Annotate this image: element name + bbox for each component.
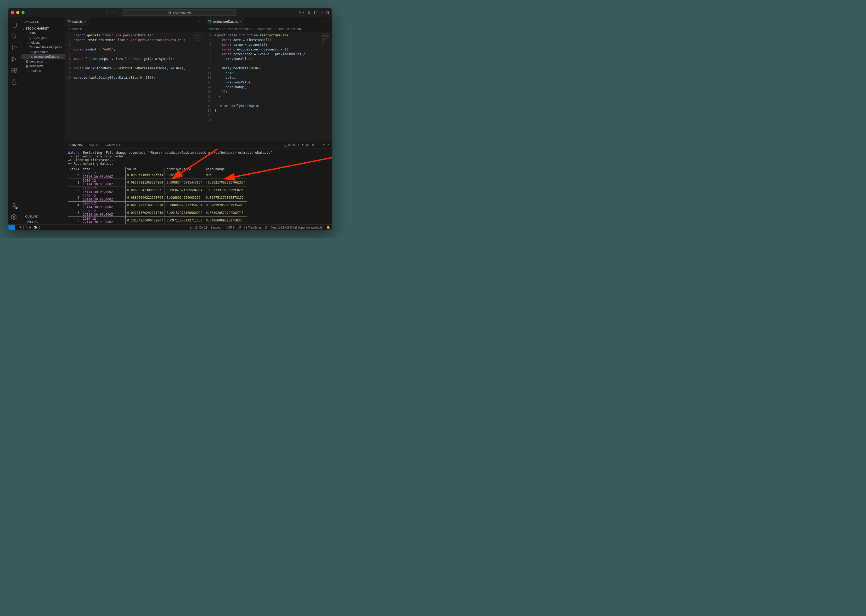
- search-icon: [168, 11, 172, 14]
- terminal-dropdown-icon[interactable]: ▾: [302, 143, 304, 147]
- scm-activity[interactable]: [8, 42, 20, 53]
- traffic-lights: [11, 11, 25, 14]
- folder-data[interactable]: ⌄data: [22, 31, 65, 36]
- svg-rect-6: [14, 68, 16, 70]
- command-center[interactable]: stock-market: [122, 9, 237, 16]
- breadcrumb-right[interactable]: helpers › TS restructureData.ts › {} Typ…: [205, 26, 332, 32]
- json-icon: {}: [29, 36, 31, 39]
- notifications-icon[interactable]: 🔔: [326, 226, 330, 229]
- encoding[interactable]: UTF-8: [226, 226, 235, 229]
- accounts-activity[interactable]: 1: [8, 200, 20, 211]
- tabs-left: TS main.ts × ⋯: [65, 17, 205, 26]
- language-mode[interactable]: { } TypeScript: [244, 226, 261, 229]
- workspace-name: STOCK-MARKET: [26, 27, 49, 30]
- panel-left-icon[interactable]: ◧: [313, 11, 316, 14]
- maximize-icon[interactable]: ^: [323, 143, 325, 147]
- breadcrumb-left[interactable]: TS main.ts › ...: [65, 26, 205, 32]
- terminal-process[interactable]: ▸_deno: [283, 143, 295, 147]
- workbench: 1 EXPLORER ⋯ ⌄ STOCK-MARKET ⌄data {}AAPL…: [8, 17, 332, 224]
- activity-bar: 1: [8, 17, 20, 224]
- tab-restructure[interactable]: TS restructureData.ts ×: [205, 17, 244, 26]
- table-row: 61980-12-22T14:30:00.000Z0.1018423140048…: [68, 217, 247, 224]
- explorer-title: EXPLORER: [24, 20, 39, 23]
- terminal-tab[interactable]: TERMINAL: [68, 143, 84, 148]
- zoom-icon[interactable]: [22, 11, 25, 14]
- ts-icon: TS: [68, 20, 71, 23]
- indentation[interactable]: Spaces: 4: [211, 226, 224, 229]
- folder-helpers[interactable]: ⌄helpers: [22, 40, 65, 45]
- ports-tab[interactable]: PORTS: [89, 143, 99, 146]
- minimap[interactable]: [195, 32, 205, 141]
- outline-section[interactable]: › OUTLINE: [20, 214, 65, 219]
- split-icon[interactable]: ◫: [321, 20, 324, 24]
- ts-icon: TS: [26, 69, 30, 72]
- layout-icon[interactable]: ⊞: [307, 11, 310, 14]
- problems[interactable]: ⊗ 0 ⚠ 0: [19, 226, 31, 229]
- file-getdata-ts[interactable]: TSgetData.ts: [22, 50, 65, 54]
- close-icon[interactable]: ×: [239, 20, 241, 24]
- forward-icon[interactable]: →: [112, 11, 116, 14]
- workspace-folder[interactable]: ⌄ STOCK-MARKET: [20, 26, 65, 31]
- eol[interactable]: LF: [238, 226, 241, 229]
- file-main-ts[interactable]: TSmain.ts: [22, 69, 65, 73]
- table-row: 21980-12-16T14:30:00.000Z0.0868024230003…: [68, 186, 247, 194]
- editor-right: TS restructureData.ts × ◫ ⋯ helpers › TS: [205, 17, 332, 141]
- panel-right-icon[interactable]: ◨: [326, 11, 329, 14]
- gutter: 156789 101112131415161718192021: [205, 32, 214, 141]
- cursor-position[interactable]: Ln 19, Col 21: [190, 226, 207, 229]
- close-icon[interactable]: ×: [84, 20, 86, 24]
- comments-tab[interactable]: COMMENTS: [105, 143, 123, 146]
- debug-activity[interactable]: [8, 54, 20, 64]
- deno-status[interactable]: Deno 2.1.9+28834a8 (Upgrade available): [271, 226, 323, 229]
- panel-more-icon[interactable]: ⋯: [317, 143, 321, 147]
- file-deno-json[interactable]: {}deno.json: [22, 59, 65, 64]
- tab-more-icon[interactable]: ⋯: [326, 20, 330, 24]
- minimap[interactable]: [322, 32, 332, 141]
- remote-icon[interactable]: ⟩⟨: [8, 225, 15, 230]
- new-terminal-icon[interactable]: +: [298, 143, 299, 147]
- editor-left: TS main.ts × ⋯ TS main.ts › ... 12345678…: [65, 17, 205, 141]
- col-value: value: [126, 167, 165, 171]
- minimize-icon[interactable]: [16, 11, 19, 14]
- trash-icon[interactable]: 🗑: [312, 143, 315, 147]
- json-icon: {}: [26, 60, 28, 63]
- svg-point-1: [12, 46, 13, 47]
- testing-activity[interactable]: [8, 77, 20, 87]
- json-icon: {}: [26, 64, 28, 68]
- file-clean-ts[interactable]: TScleanTimestamps.ts: [22, 45, 65, 50]
- svg-rect-7: [12, 71, 14, 73]
- svg-point-4: [11, 60, 13, 61]
- file-deno-lock[interactable]: {}deno.lock: [22, 64, 65, 69]
- explorer-activity[interactable]: [8, 19, 20, 30]
- search-activity[interactable]: [8, 31, 20, 41]
- tab-more-icon[interactable]: ⋯: [199, 20, 203, 24]
- close-icon[interactable]: [11, 11, 14, 14]
- editor-area: TS main.ts × ⋯ TS main.ts › ... 12345678…: [65, 17, 332, 224]
- settings-activity[interactable]: [8, 212, 20, 222]
- split-terminal-icon[interactable]: ◫: [306, 143, 309, 147]
- svg-rect-5: [12, 68, 14, 70]
- col-prev: previousValue: [165, 167, 204, 171]
- vscode-window: ← → stock-market ◎ ▾ ⊞ ◧ ▭ ◨: [8, 8, 332, 230]
- back-icon[interactable]: ←: [105, 11, 109, 14]
- gutter: 1234567891011: [65, 32, 74, 141]
- terminal-content[interactable]: Watcher Restarting! File change detected…: [65, 149, 332, 224]
- close-panel-icon[interactable]: ×: [327, 143, 329, 147]
- ports-status[interactable]: 📡 0: [34, 226, 40, 229]
- tab-main[interactable]: TS main.ts ×: [65, 17, 89, 26]
- timeline-section[interactable]: › TIMELINE: [20, 219, 65, 224]
- code-left[interactable]: 1234567891011 import getData from "./hel…: [65, 32, 205, 141]
- file-aapl-json[interactable]: {}AAPL.json: [22, 36, 65, 40]
- explorer-sidebar: EXPLORER ⋯ ⌄ STOCK-MARKET ⌄data {}AAPL.j…: [20, 17, 65, 224]
- explorer-more-icon[interactable]: ⋯: [58, 20, 61, 24]
- code-right[interactable]: 156789 101112131415161718192021 export d…: [205, 32, 332, 141]
- extensions-activity[interactable]: [8, 65, 20, 76]
- panel: TERMINAL PORTS COMMENTS ▸_deno + ▾ ◫ 🗑 ⋯…: [65, 141, 332, 224]
- file-restructure-ts[interactable]: TSrestructureData.ts: [22, 54, 65, 59]
- titlebar: ← → stock-market ◎ ▾ ⊞ ◧ ▭ ◨: [8, 8, 332, 17]
- copilot-icon[interactable]: ◎ ▾: [299, 11, 304, 14]
- panel-bottom-icon[interactable]: ▭: [320, 11, 323, 14]
- titlebar-right: ◎ ▾ ⊞ ◧ ▭ ◨: [299, 11, 329, 14]
- copilot-status[interactable]: ◎: [265, 226, 268, 229]
- col-perc: percChange: [204, 167, 247, 171]
